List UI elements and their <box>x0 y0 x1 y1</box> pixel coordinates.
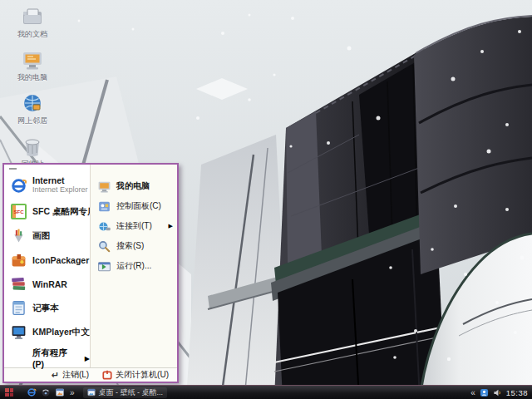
desktop-icon-list: 我的文档 我的电脑 网上邻居 回收站 <box>5 5 60 178</box>
messenger-icon[interactable] <box>480 388 489 397</box>
menu-item-subtitle: Internet Explorer <box>32 185 88 195</box>
menu-item-title: Internet <box>32 176 88 185</box>
system-tray: « 15:38 <box>466 388 532 397</box>
menu-item-title: 记事本 <box>32 303 59 314</box>
start-menu-item-control-panel[interactable]: 控制面板(C) <box>91 196 177 216</box>
desktop-icon-label: 我的文档 <box>5 30 60 38</box>
desktop-icon-label: 我的电脑 <box>5 73 60 81</box>
submenu-arrow-icon: ▶ <box>169 223 173 229</box>
task-window-icon <box>87 388 96 397</box>
quick-launch-bar <box>27 387 65 397</box>
start-menu-item-winrar[interactable]: WinRAR <box>4 272 90 296</box>
tray-chevron[interactable]: « <box>470 388 475 397</box>
taskbar-clock[interactable]: 15:38 <box>506 388 528 397</box>
kmplayer-icon <box>10 323 27 341</box>
iconpackager-icon <box>10 251 27 268</box>
start-menu-item-connect-to[interactable]: 连接到(T) ▶ <box>91 216 177 236</box>
shut-down-button[interactable]: 关闭计算机(U) <box>102 369 169 381</box>
start-menu-item-paint[interactable]: 画图 <box>4 224 90 248</box>
taskbar-task-button[interactable]: 桌面 - 壁纸 - 桌酷... <box>83 387 168 398</box>
notepad-icon <box>10 299 27 317</box>
start-menu-pinned-list: Internet Internet Explorer SFC SFC 桌酷网专用… <box>4 165 90 367</box>
quick-launch-show-desktop-icon[interactable] <box>55 387 65 397</box>
menu-item-label: 搜索(S) <box>116 240 144 252</box>
control-panel-icon <box>97 200 111 214</box>
connect-to-icon <box>97 219 111 234</box>
start-menu-item-sfc[interactable]: SFC SFC 桌酷网专用版 <box>4 200 90 224</box>
recycle-bin-icon <box>5 135 60 160</box>
internet-explorer-icon <box>10 177 27 195</box>
menu-item-label: 连接到(T) <box>116 220 152 232</box>
paint-icon <box>10 227 27 244</box>
start-menu-item-run[interactable]: 运行(R)... <box>91 256 177 276</box>
network-places-icon <box>5 91 60 116</box>
quick-launch-globe-icon[interactable] <box>41 387 51 397</box>
my-computer-icon <box>5 48 60 73</box>
desktop-icon-my-documents[interactable]: 我的文档 <box>5 5 60 43</box>
log-off-icon: ↵ <box>52 371 59 379</box>
desktop-icon-network-places[interactable]: 网上邻居 <box>5 91 60 130</box>
my-documents-icon <box>5 5 60 30</box>
start-menu-places-list: 我的电脑 控制面板(C) 连接到(T) ▶ <box>90 165 177 367</box>
start-menu-item-search[interactable]: 搜索(S) <box>91 236 177 256</box>
menu-item-title: WinRAR <box>32 279 67 289</box>
start-menu-footer: ↵ 注销(L) 关闭计算机(U) <box>4 367 177 382</box>
start-menu-item-notepad[interactable]: 记事本 <box>4 296 90 320</box>
start-menu-item-iconpackager[interactable]: IconPackager <box>4 248 90 272</box>
start-menu: Internet Internet Explorer SFC SFC 桌酷网专用… <box>2 163 179 383</box>
my-computer-small-icon <box>97 180 111 194</box>
menu-item-title: 画图 <box>32 230 50 242</box>
menu-item-label: 控制面板(C) <box>116 200 161 212</box>
task-button-label: 桌面 - 壁纸 - 桌酷... <box>99 387 164 398</box>
quick-launch-overflow-chevron[interactable]: » <box>70 388 75 397</box>
run-icon <box>97 259 111 273</box>
start-button[interactable] <box>5 388 13 397</box>
menu-dash-decoration <box>9 168 17 170</box>
all-programs-button[interactable]: 所有程序(P) ▶ <box>4 349 90 367</box>
desktop: 我的文档 我的电脑 网上邻居 回收站 <box>0 0 532 399</box>
quick-launch-ie-icon[interactable] <box>27 387 37 397</box>
desktop-icon-label: 网上邻居 <box>5 116 60 125</box>
winrar-icon <box>10 275 27 293</box>
start-menu-item-internet[interactable]: Internet Internet Explorer <box>4 171 90 200</box>
log-off-button[interactable]: ↵ 注销(L) <box>52 369 89 381</box>
start-menu-item-my-computer[interactable]: 我的电脑 <box>91 176 177 196</box>
taskbar: » 桌面 - 壁纸 - 桌酷... « 15:38 <box>0 385 532 399</box>
menu-item-label: 运行(R)... <box>116 260 151 272</box>
shut-down-label: 关闭计算机(U) <box>116 369 169 381</box>
sfc-icon: SFC <box>10 203 27 220</box>
all-programs-label: 所有程序(P) <box>32 347 78 369</box>
start-menu-item-kmplayer[interactable]: KMPlayer中文版 <box>4 320 90 344</box>
search-icon <box>97 239 111 254</box>
menu-item-label: 我的电脑 <box>116 180 150 192</box>
shut-down-icon <box>102 370 112 380</box>
desktop-icon-my-computer[interactable]: 我的电脑 <box>5 48 60 86</box>
log-off-label: 注销(L) <box>62 369 89 381</box>
volume-icon[interactable] <box>493 388 502 397</box>
menu-item-title: IconPackager <box>32 255 89 265</box>
menu-item-title: KMPlayer中文版 <box>32 327 98 338</box>
